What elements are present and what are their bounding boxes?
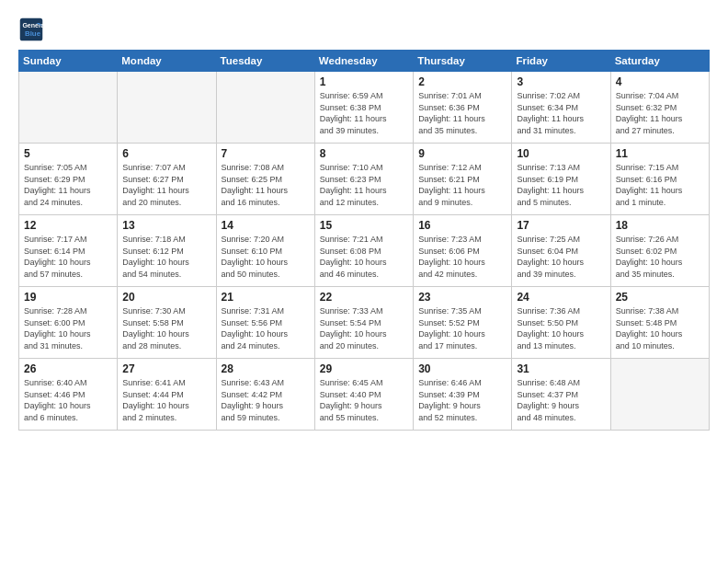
- day-number: 30: [418, 362, 506, 375]
- day-cell: 5Sunrise: 7:05 AM Sunset: 6:29 PM Daylig…: [19, 144, 118, 215]
- day-cell: 24Sunrise: 7:36 AM Sunset: 5:50 PM Dayli…: [512, 287, 610, 359]
- day-info: Sunrise: 7:31 AM Sunset: 5:56 PM Dayligh…: [222, 305, 310, 351]
- day-cell: 20Sunrise: 7:30 AM Sunset: 5:58 PM Dayli…: [118, 287, 216, 359]
- day-info: Sunrise: 7:23 AM Sunset: 6:06 PM Dayligh…: [418, 234, 506, 280]
- day-number: 14: [222, 219, 310, 232]
- day-info: Sunrise: 7:17 AM Sunset: 6:14 PM Dayligh…: [24, 234, 112, 280]
- day-number: 24: [517, 291, 605, 304]
- day-cell: 3Sunrise: 7:02 AM Sunset: 6:34 PM Daylig…: [512, 72, 610, 144]
- day-number: 29: [320, 362, 408, 375]
- day-number: 13: [122, 219, 210, 232]
- day-header-wednesday: Wednesday: [314, 51, 413, 72]
- day-cell: [118, 72, 216, 144]
- day-number: 15: [320, 219, 408, 232]
- day-cell: 8Sunrise: 7:10 AM Sunset: 6:23 PM Daylig…: [314, 144, 413, 215]
- day-info: Sunrise: 7:26 AM Sunset: 6:02 PM Dayligh…: [616, 234, 704, 280]
- day-number: 1: [320, 75, 408, 88]
- day-cell: 25Sunrise: 7:38 AM Sunset: 5:48 PM Dayli…: [610, 287, 709, 359]
- svg-text:General: General: [22, 22, 44, 29]
- day-number: 22: [320, 291, 408, 304]
- day-info: Sunrise: 7:33 AM Sunset: 5:54 PM Dayligh…: [320, 305, 408, 351]
- day-info: Sunrise: 7:18 AM Sunset: 6:12 PM Dayligh…: [122, 234, 210, 280]
- day-header-friday: Friday: [512, 51, 610, 72]
- day-number: 31: [517, 362, 605, 375]
- day-number: 10: [517, 147, 605, 160]
- day-number: 2: [418, 75, 506, 88]
- day-info: Sunrise: 6:40 AM Sunset: 4:46 PM Dayligh…: [24, 377, 112, 423]
- day-cell: 15Sunrise: 7:21 AM Sunset: 6:08 PM Dayli…: [314, 215, 413, 287]
- day-info: Sunrise: 7:28 AM Sunset: 6:00 PM Dayligh…: [24, 305, 112, 351]
- day-cell: 31Sunrise: 6:48 AM Sunset: 4:37 PM Dayli…: [512, 359, 610, 431]
- svg-text:Blue: Blue: [25, 29, 41, 38]
- day-cell: 22Sunrise: 7:33 AM Sunset: 5:54 PM Dayli…: [314, 287, 413, 359]
- day-header-tuesday: Tuesday: [216, 51, 314, 72]
- day-cell: 19Sunrise: 7:28 AM Sunset: 6:00 PM Dayli…: [19, 287, 118, 359]
- day-cell: 14Sunrise: 7:20 AM Sunset: 6:10 PM Dayli…: [216, 215, 314, 287]
- day-header-sunday: Sunday: [19, 51, 118, 72]
- header-row: SundayMondayTuesdayWednesdayThursdayFrid…: [19, 51, 710, 72]
- day-info: Sunrise: 7:01 AM Sunset: 6:36 PM Dayligh…: [418, 90, 506, 136]
- day-number: 28: [222, 362, 310, 375]
- day-number: 5: [24, 147, 112, 160]
- day-number: 3: [517, 75, 605, 88]
- day-header-thursday: Thursday: [414, 51, 512, 72]
- day-info: Sunrise: 7:38 AM Sunset: 5:48 PM Dayligh…: [616, 305, 704, 351]
- logo: General Blue: [18, 17, 48, 42]
- day-cell: [216, 72, 314, 144]
- day-number: 6: [122, 147, 210, 160]
- day-cell: 12Sunrise: 7:17 AM Sunset: 6:14 PM Dayli…: [19, 215, 118, 287]
- day-info: Sunrise: 7:08 AM Sunset: 6:25 PM Dayligh…: [222, 162, 310, 208]
- day-header-monday: Monday: [118, 51, 216, 72]
- week-row-2: 5Sunrise: 7:05 AM Sunset: 6:29 PM Daylig…: [19, 144, 710, 215]
- day-cell: 29Sunrise: 6:45 AM Sunset: 4:40 PM Dayli…: [314, 359, 413, 431]
- day-number: 19: [24, 291, 112, 304]
- day-info: Sunrise: 7:02 AM Sunset: 6:34 PM Dayligh…: [517, 90, 605, 136]
- day-cell: 9Sunrise: 7:12 AM Sunset: 6:21 PM Daylig…: [414, 144, 512, 215]
- day-info: Sunrise: 6:45 AM Sunset: 4:40 PM Dayligh…: [320, 377, 408, 423]
- day-number: 12: [24, 219, 112, 232]
- day-cell: 7Sunrise: 7:08 AM Sunset: 6:25 PM Daylig…: [216, 144, 314, 215]
- day-info: Sunrise: 6:46 AM Sunset: 4:39 PM Dayligh…: [418, 377, 506, 423]
- day-info: Sunrise: 7:13 AM Sunset: 6:19 PM Dayligh…: [517, 162, 605, 208]
- day-cell: 23Sunrise: 7:35 AM Sunset: 5:52 PM Dayli…: [414, 287, 512, 359]
- day-number: 18: [616, 219, 704, 232]
- week-row-5: 26Sunrise: 6:40 AM Sunset: 4:46 PM Dayli…: [19, 359, 710, 431]
- day-number: 23: [418, 291, 506, 304]
- day-number: 16: [418, 219, 506, 232]
- day-number: 7: [222, 147, 310, 160]
- day-number: 4: [616, 75, 704, 88]
- day-cell: 4Sunrise: 7:04 AM Sunset: 6:32 PM Daylig…: [610, 72, 709, 144]
- header: General Blue: [18, 17, 710, 42]
- day-info: Sunrise: 6:43 AM Sunset: 4:42 PM Dayligh…: [222, 377, 310, 423]
- week-row-3: 12Sunrise: 7:17 AM Sunset: 6:14 PM Dayli…: [19, 215, 710, 287]
- day-cell: 13Sunrise: 7:18 AM Sunset: 6:12 PM Dayli…: [118, 215, 216, 287]
- day-header-saturday: Saturday: [610, 51, 709, 72]
- day-cell: 10Sunrise: 7:13 AM Sunset: 6:19 PM Dayli…: [512, 144, 610, 215]
- day-number: 21: [222, 291, 310, 304]
- day-info: Sunrise: 7:30 AM Sunset: 5:58 PM Dayligh…: [122, 305, 210, 351]
- day-info: Sunrise: 7:04 AM Sunset: 6:32 PM Dayligh…: [616, 90, 704, 136]
- day-info: Sunrise: 7:05 AM Sunset: 6:29 PM Dayligh…: [24, 162, 112, 208]
- day-number: 27: [122, 362, 210, 375]
- day-info: Sunrise: 7:21 AM Sunset: 6:08 PM Dayligh…: [320, 234, 408, 280]
- day-info: Sunrise: 7:36 AM Sunset: 5:50 PM Dayligh…: [517, 305, 605, 351]
- week-row-1: 1Sunrise: 6:59 AM Sunset: 6:38 PM Daylig…: [19, 72, 710, 144]
- day-info: Sunrise: 7:10 AM Sunset: 6:23 PM Dayligh…: [320, 162, 408, 208]
- day-cell: 30Sunrise: 6:46 AM Sunset: 4:39 PM Dayli…: [414, 359, 512, 431]
- day-cell: [19, 72, 118, 144]
- day-info: Sunrise: 7:35 AM Sunset: 5:52 PM Dayligh…: [418, 305, 506, 351]
- calendar-container: General Blue SundayMondayTuesdayWednesda…: [0, 0, 728, 440]
- day-cell: [610, 359, 709, 431]
- day-info: Sunrise: 6:59 AM Sunset: 6:38 PM Dayligh…: [320, 90, 408, 136]
- day-cell: 6Sunrise: 7:07 AM Sunset: 6:27 PM Daylig…: [118, 144, 216, 215]
- day-number: 11: [616, 147, 704, 160]
- day-number: 9: [418, 147, 506, 160]
- day-number: 17: [517, 219, 605, 232]
- day-info: Sunrise: 7:12 AM Sunset: 6:21 PM Dayligh…: [418, 162, 506, 208]
- day-cell: 18Sunrise: 7:26 AM Sunset: 6:02 PM Dayli…: [610, 215, 709, 287]
- day-cell: 27Sunrise: 6:41 AM Sunset: 4:44 PM Dayli…: [118, 359, 216, 431]
- day-info: Sunrise: 6:48 AM Sunset: 4:37 PM Dayligh…: [517, 377, 605, 423]
- calendar-table: SundayMondayTuesdayWednesdayThursdayFrid…: [18, 50, 710, 431]
- day-cell: 11Sunrise: 7:15 AM Sunset: 6:16 PM Dayli…: [610, 144, 709, 215]
- day-info: Sunrise: 7:25 AM Sunset: 6:04 PM Dayligh…: [517, 234, 605, 280]
